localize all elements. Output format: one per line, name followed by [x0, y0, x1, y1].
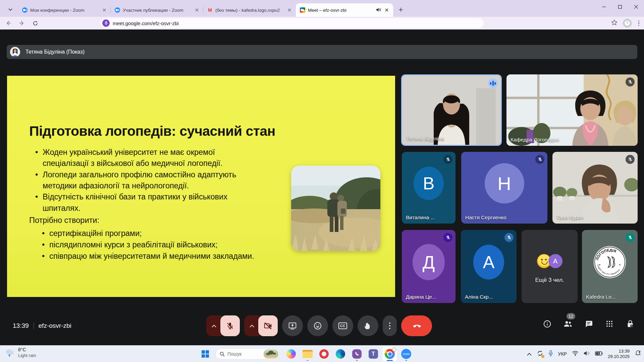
gmail-favicon: M: [207, 7, 213, 13]
tray-expand-chevron[interactable]: [527, 351, 532, 357]
participant-tile-kafedra-logo[interactable]: ЛОГОПЕДІЯ СумДПУ імені А.С. Макаренка Ka…: [582, 230, 638, 303]
mic-off-icon: [626, 155, 635, 164]
language-indicator[interactable]: УКР: [558, 351, 567, 357]
participant-tile-tetiana[interactable]: Тетяна Бідуліна: [401, 74, 502, 146]
weather-widget[interactable]: 8°C Light rain: [5, 347, 36, 358]
back-button[interactable]: [3, 18, 13, 28]
tab-title: Участник публикации - Zoom: [123, 8, 191, 13]
tab-close-icon[interactable]: [101, 7, 107, 13]
search-input[interactable]: [227, 351, 261, 357]
participant-name: Настя Сергиенко: [465, 215, 506, 221]
tab-title: (без темы) - kafedra.logo.sspu2: [215, 8, 284, 13]
tab-close-icon[interactable]: [384, 7, 390, 13]
start-button[interactable]: [199, 347, 212, 361]
reload-button[interactable]: [30, 18, 40, 28]
camera-options-chevron[interactable]: [244, 315, 260, 336]
logopedia-logo: ЛОГОПЕДІЯ СумДПУ імені А.С. Макаренка: [593, 245, 627, 279]
tab-title: Meet – efz-osvr-zbi: [308, 8, 373, 13]
reactions-button[interactable]: [307, 315, 328, 336]
participant-name: Таня Курач: [556, 215, 583, 221]
tab-meet-active[interactable]: Meet – efz-osvr-zbi: [296, 3, 393, 17]
audio-level-indicator: [488, 78, 498, 88]
slide-bullet: сертифікаційні програми;: [41, 228, 255, 239]
tab-close-icon[interactable]: [286, 7, 292, 13]
participant-name: Kafedra Lo...: [586, 294, 616, 300]
mic-off-button[interactable]: [220, 315, 240, 336]
app-viber[interactable]: [350, 347, 364, 361]
volume-icon[interactable]: [584, 351, 590, 357]
activities-grid-button[interactable]: [603, 318, 615, 330]
teams-icon: T: [369, 349, 378, 359]
edge-icon: [336, 349, 345, 359]
tab-search-button[interactable]: [5, 4, 16, 15]
sync-update-icon[interactable]: [537, 350, 543, 358]
browser-menu-icon[interactable]: [637, 19, 641, 27]
mic-options-chevron[interactable]: [206, 315, 222, 336]
app-copilot[interactable]: [284, 347, 299, 361]
windows-logo-icon: [202, 350, 209, 358]
url-bar[interactable]: meet.google.com/efz-osvr-zbi: [101, 18, 484, 28]
app-edge[interactable]: [333, 347, 348, 361]
tab-audio-icon[interactable]: [376, 7, 381, 13]
participant-tile-tania-kurach[interactable]: Таня Курач: [552, 152, 638, 224]
system-tray: УКР 13:39 29.10.2025: [527, 346, 641, 362]
overflow-tile-more-people[interactable]: А Ещё 3 чел.: [522, 230, 578, 303]
maximize-button[interactable]: [612, 0, 628, 13]
app-zoom[interactable]: zoom: [399, 347, 414, 361]
forward-button[interactable]: [17, 18, 27, 28]
tab-zoom-participant[interactable]: Участник публикации - Zoom: [111, 3, 203, 17]
participant-tile-kafedra-logopedii[interactable]: Кафедра Логопедии: [506, 74, 638, 146]
call-controls: CC: [206, 315, 432, 336]
profile-avatar[interactable]: [623, 19, 632, 27]
app-chrome[interactable]: [382, 347, 397, 361]
wifi-icon[interactable]: [572, 351, 579, 357]
minimize-button[interactable]: [596, 0, 612, 13]
weather-temp: 8°C: [18, 347, 36, 353]
captions-label: CC: [338, 322, 347, 329]
participant-tile-alina[interactable]: А Аліна Скр...: [461, 230, 517, 303]
captions-button[interactable]: CC: [332, 315, 353, 336]
folder-icon: [303, 350, 313, 358]
tab-zoom-conferences[interactable]: Мои конференции - Zoom: [18, 3, 111, 17]
tab-close-icon[interactable]: [194, 7, 200, 13]
meet-favicon: [300, 7, 305, 13]
end-call-button[interactable]: [401, 315, 432, 336]
zoom-favicon: [22, 7, 28, 13]
tray-time: 13:39: [608, 349, 630, 354]
search-daily-image[interactable]: [264, 349, 278, 359]
tab-gmail[interactable]: M (без темы) - kafedra.logo.sspu2: [203, 3, 296, 17]
more-options-button[interactable]: [383, 315, 397, 336]
slide-sub-bullets: сертифікаційні програми; післядипломні к…: [41, 228, 255, 262]
info-button[interactable]: [541, 318, 553, 330]
bookmark-star-icon[interactable]: [611, 19, 618, 27]
more-people-label: Ещё 3 чел.: [535, 277, 564, 284]
participant-tile-daryna[interactable]: Д Дарина Це...: [402, 230, 455, 303]
new-tab-button[interactable]: [396, 5, 406, 15]
app-file-explorer[interactable]: [300, 347, 315, 361]
taskbar-search[interactable]: [215, 348, 280, 360]
letter-avatar: А: [548, 254, 562, 268]
tray-clock[interactable]: 13:39 29.10.2025: [608, 349, 630, 360]
participant-name: Кафедра Логопедии: [511, 137, 559, 143]
people-button[interactable]: 12: [562, 318, 574, 330]
meeting-panels: 12: [541, 318, 636, 330]
battery-icon[interactable]: [595, 351, 603, 357]
notifications-bell-icon[interactable]: [635, 350, 641, 358]
present-screen-button[interactable]: [282, 315, 303, 336]
chat-button[interactable]: [583, 318, 595, 330]
presenter-banner: Тетяна Бідуліна (Показ): [7, 45, 637, 59]
zoom-icon: zoom: [401, 349, 411, 359]
participants-count-badge: 12: [567, 313, 575, 319]
participant-tile-nastia[interactable]: Н Настя Сергиенко: [461, 152, 547, 224]
host-controls-button[interactable]: [624, 318, 636, 330]
participant-tile-vitalina[interactable]: В Виталина ...: [402, 152, 455, 224]
camera-off-button[interactable]: [258, 315, 278, 336]
mic-permission-icon[interactable]: [102, 19, 110, 27]
close-button[interactable]: [628, 0, 644, 13]
mic-in-use-icon[interactable]: [548, 350, 553, 358]
app-opera[interactable]: [317, 347, 331, 361]
app-teams[interactable]: T: [366, 347, 381, 361]
raise-hand-button[interactable]: [358, 315, 378, 336]
zoom-favicon: [115, 7, 120, 13]
slide-bullet: Відсутність клінічної бази та практики у…: [34, 191, 255, 214]
